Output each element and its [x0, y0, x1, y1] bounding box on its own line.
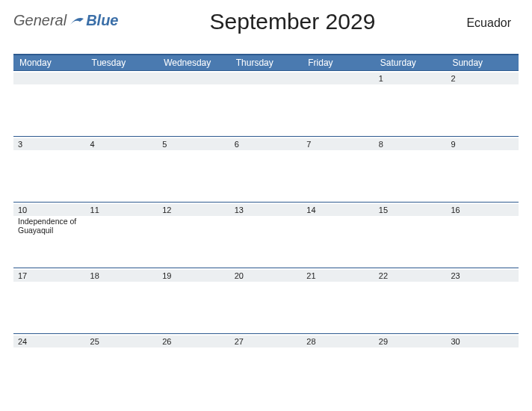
country-label: Ecuador: [466, 9, 519, 30]
day-number: [230, 72, 303, 84]
day-cell: 28: [302, 334, 374, 399]
day-number: 24: [13, 336, 86, 347]
day-number: 26: [158, 336, 230, 347]
day-number: 14: [302, 204, 374, 216]
day-cell: [230, 71, 303, 136]
day-cell: 15: [374, 203, 447, 268]
day-cell: 30: [446, 334, 519, 399]
day-cell: 21: [302, 268, 374, 333]
day-cell: 5: [158, 137, 230, 202]
day-cell: 27: [230, 334, 303, 399]
week-row: 10Independence of Guayaquil111213141516: [13, 202, 519, 268]
day-cell: [13, 71, 86, 136]
day-cell: 16: [446, 203, 519, 268]
day-number: 27: [230, 336, 303, 347]
day-number: [158, 72, 230, 84]
day-number: 28: [302, 336, 374, 347]
day-header: Sunday: [446, 55, 519, 70]
day-number: 17: [13, 270, 86, 282]
day-number: 20: [230, 270, 303, 282]
week-row: 17181920212223: [13, 268, 519, 333]
day-number: 9: [446, 138, 519, 150]
day-header-row: Monday Tuesday Wednesday Thursday Friday…: [13, 54, 519, 70]
day-number: 29: [374, 336, 447, 347]
day-cell: 18: [86, 268, 158, 333]
logo-text-blue: Blue: [86, 12, 118, 29]
day-number: 22: [374, 270, 447, 282]
day-cell: 3: [13, 137, 86, 202]
day-number: 3: [13, 138, 86, 150]
week-row: 12: [13, 70, 519, 136]
week-row: 3456789: [13, 136, 519, 202]
day-cell: 11: [86, 203, 158, 268]
day-number: 18: [86, 270, 158, 282]
day-cell: 2: [446, 71, 519, 136]
logo-swoosh-icon: [69, 14, 84, 28]
logo: General Blue: [13, 9, 119, 29]
week-row: 24252627282930: [13, 333, 519, 399]
day-number: 23: [446, 270, 519, 282]
day-number: [86, 72, 158, 84]
day-cell: 10Independence of Guayaquil: [13, 203, 86, 268]
day-number: [302, 72, 374, 84]
day-header: Thursday: [230, 55, 303, 70]
day-cell: 7: [302, 137, 374, 202]
day-cell: 6: [230, 137, 303, 202]
day-number: 15: [374, 204, 447, 216]
day-number: 1: [374, 72, 447, 84]
day-number: 25: [86, 336, 158, 347]
day-number: 7: [302, 138, 374, 150]
day-header: Saturday: [374, 55, 447, 70]
day-cell: [302, 71, 374, 136]
day-number: 2: [446, 72, 519, 84]
day-cell: [86, 71, 158, 136]
day-number: 30: [446, 336, 519, 347]
day-cell: 13: [230, 203, 303, 268]
day-header: Wednesday: [158, 55, 230, 70]
logo-text-general: General: [13, 12, 66, 29]
day-cell: 22: [374, 268, 447, 333]
calendar-grid: 12345678910Independence of Guayaquil1112…: [13, 70, 519, 399]
day-number: 19: [158, 270, 230, 282]
day-cell: 19: [158, 268, 230, 333]
day-header: Monday: [13, 55, 86, 70]
day-cell: 17: [13, 268, 86, 333]
header: General Blue September 2029 Ecuador: [13, 9, 519, 46]
day-number: 6: [230, 138, 303, 150]
day-cell: 1: [374, 71, 447, 136]
day-cell: 29: [374, 334, 447, 399]
day-number: 16: [446, 204, 519, 216]
day-cell: 23: [446, 268, 519, 333]
day-number: 8: [374, 138, 447, 150]
day-cell: [158, 71, 230, 136]
day-cell: 26: [158, 334, 230, 399]
day-number: 21: [302, 270, 374, 282]
day-cell: 14: [302, 203, 374, 268]
day-number: [13, 72, 86, 84]
day-cell: 24: [13, 334, 86, 399]
page-title: September 2029: [119, 9, 467, 34]
day-cell: 8: [374, 137, 447, 202]
day-cell: 20: [230, 268, 303, 333]
day-header: Friday: [302, 55, 374, 70]
day-number: 11: [86, 204, 158, 216]
day-cell: 4: [86, 137, 158, 202]
day-cell: 9: [446, 137, 519, 202]
day-header: Tuesday: [86, 55, 158, 70]
day-number: 4: [86, 138, 158, 150]
day-number: 10: [13, 204, 86, 216]
day-number: 12: [158, 204, 230, 216]
day-event: Independence of Guayaquil: [18, 217, 81, 235]
day-cell: 12: [158, 203, 230, 268]
day-cell: 25: [86, 334, 158, 399]
day-number: 13: [230, 204, 303, 216]
day-number: 5: [158, 138, 230, 150]
